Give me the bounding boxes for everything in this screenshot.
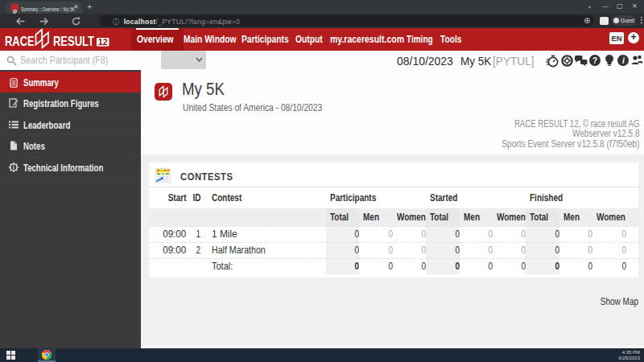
svg-text:RESULT: RESULT xyxy=(53,35,94,49)
svg-text:?: ? xyxy=(592,56,597,65)
svg-text:12: 12 xyxy=(98,38,108,47)
svg-text:RACE: RACE xyxy=(5,35,35,49)
svg-text:i: i xyxy=(622,56,625,65)
